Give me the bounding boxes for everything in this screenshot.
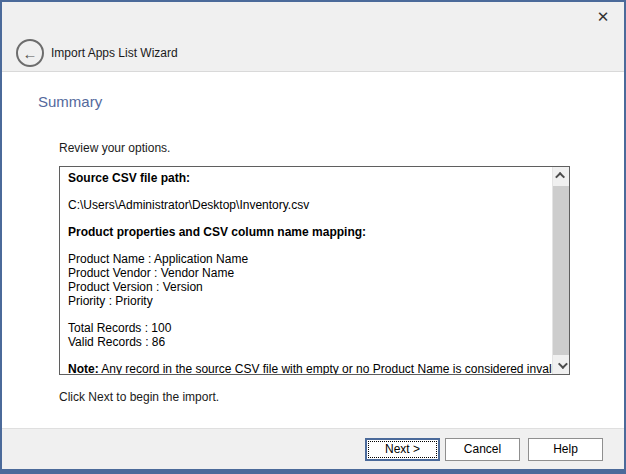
- mapping-product-name: Product Name : Application Name: [68, 252, 544, 266]
- mapping-label: Product properties and CSV column name m…: [68, 225, 544, 239]
- mapping-priority: Priority : Priority: [68, 294, 544, 308]
- wizard-title: Import Apps List Wizard: [51, 46, 178, 60]
- scrollbar-track[interactable]: [553, 184, 569, 357]
- valid-records: Valid Records : 86: [68, 335, 544, 349]
- close-icon: ✕: [597, 8, 610, 26]
- cancel-button[interactable]: Cancel: [445, 438, 520, 461]
- help-button[interactable]: Help: [528, 438, 603, 461]
- scroll-up-button[interactable]: [553, 167, 569, 184]
- scrollbar-thumb[interactable]: [553, 186, 569, 355]
- note-text: Any record in the source CSV file with e…: [99, 362, 552, 374]
- note-line: Note: Any record in the source CSV file …: [68, 362, 544, 374]
- page-title: Summary: [38, 93, 624, 110]
- wizard-header: ← Import Apps List Wizard ✕: [2, 2, 624, 72]
- mapping-product-vendor: Product Vendor : Vendor Name: [68, 266, 544, 280]
- wizard-window: ← Import Apps List Wizard ✕ Summary Revi…: [0, 0, 626, 474]
- back-button[interactable]: ←: [16, 39, 44, 67]
- mapping-product-version: Product Version : Version: [68, 280, 544, 294]
- scroll-up-icon: [555, 172, 565, 182]
- header-back-row: ← Import Apps List Wizard: [16, 39, 178, 67]
- button-bar: Next > Cancel Help: [2, 428, 624, 469]
- next-button[interactable]: Next >: [365, 438, 440, 461]
- vertical-scrollbar[interactable]: [552, 167, 569, 374]
- wizard-body: Summary Review your options. Source CSV …: [2, 72, 624, 428]
- back-arrow-icon: ←: [23, 46, 38, 61]
- source-csv-label: Source CSV file path:: [68, 171, 544, 185]
- click-next-hint: Click Next to begin the import.: [59, 390, 624, 404]
- summary-content: Source CSV file path: C:\Users\Administr…: [60, 167, 552, 374]
- scroll-down-icon: [557, 359, 567, 369]
- note-label: Note:: [68, 362, 99, 374]
- scroll-down-button[interactable]: [553, 357, 569, 374]
- close-button[interactable]: ✕: [588, 4, 618, 30]
- summary-box: Source CSV file path: C:\Users\Administr…: [59, 166, 570, 375]
- source-csv-path: C:\Users\Administrator\Desktop\Inventory…: [68, 198, 544, 212]
- review-options-text: Review your options.: [59, 141, 624, 155]
- total-records: Total Records : 100: [68, 321, 544, 335]
